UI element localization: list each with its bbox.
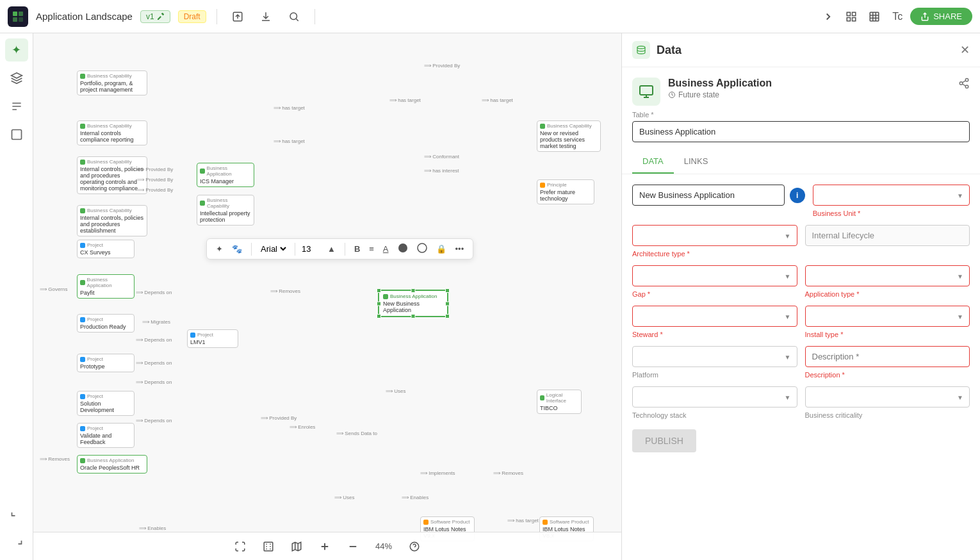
font-family-select[interactable]: Arial: [258, 243, 288, 254]
install-type-field: Install type *: [805, 306, 970, 338]
bold-button[interactable]: B: [352, 243, 363, 255]
install-type-select-wrapper: [805, 306, 970, 327]
architecture-type-label: Architecture type *: [632, 250, 797, 258]
form-row-platform-desc: Platform Description *: [632, 346, 970, 379]
sidebar-item-sparkle[interactable]: ✦: [5, 38, 28, 62]
sidebar-item-layers[interactable]: [5, 67, 28, 90]
node-compliance-reporting[interactable]: Business Capability Internal controls co…: [77, 120, 147, 145]
version-badge[interactable]: v1: [140, 10, 170, 23]
description-input[interactable]: [805, 346, 970, 367]
steward-select[interactable]: [632, 306, 797, 327]
edge-label-has-target-bottom: ⟹ has target: [507, 518, 539, 523]
star-tool-button[interactable]: ✦: [213, 243, 225, 255]
chevron-right-button[interactable]: [818, 6, 838, 27]
right-panel: Data ✕ Business Application: [621, 33, 980, 560]
table-input[interactable]: [632, 121, 970, 142]
upload-button[interactable]: [227, 6, 248, 27]
node-prototype[interactable]: Project Prototype: [77, 354, 135, 372]
zoom-out-button[interactable]: [343, 536, 363, 557]
technology-stack-select[interactable]: [632, 386, 797, 408]
map-icon: [291, 541, 302, 552]
node-validate[interactable]: Project Validate and Feedback: [77, 423, 135, 448]
draft-badge[interactable]: Draft: [178, 10, 206, 23]
sidebar-item-shape[interactable]: [5, 123, 28, 146]
preview-button[interactable]: Tc: [887, 6, 908, 27]
info-button[interactable]: i: [790, 188, 805, 203]
grid-button[interactable]: [841, 6, 862, 27]
frame-button[interactable]: [258, 536, 279, 557]
node-production-ready[interactable]: Project Production Ready: [77, 314, 135, 333]
sidebar-item-text[interactable]: [5, 95, 28, 118]
left-sidebar: ✦: [0, 33, 33, 560]
share-button[interactable]: SHARE: [910, 8, 972, 25]
node-payfit[interactable]: Business Application Payfit: [77, 274, 135, 299]
canvas-controls: Tc SHARE: [818, 6, 972, 27]
application-type-select[interactable]: [805, 265, 970, 286]
entity-type-icon: [639, 84, 654, 99]
download-button[interactable]: [256, 6, 276, 27]
platform-select[interactable]: [632, 346, 797, 367]
node-market-testing[interactable]: Business Capability New or revised produ…: [537, 120, 601, 152]
node-cx-surveys[interactable]: Project CX Surveys: [77, 240, 135, 258]
node-ip-protection[interactable]: Business Capability Intellectual propert…: [197, 195, 254, 226]
gap-select-wrapper: [632, 265, 797, 286]
underline-button[interactable]: A: [380, 243, 391, 255]
business-criticality-field: Business criticality: [805, 386, 970, 419]
internal-lifecycle-input[interactable]: [805, 225, 970, 246]
entity-state-text: Future state: [678, 90, 719, 99]
map-button[interactable]: [286, 536, 307, 557]
install-type-select[interactable]: [805, 306, 970, 327]
entity-share-button[interactable]: [958, 78, 970, 92]
cursor-tool-button[interactable]: 🐾: [229, 243, 245, 255]
gap-label: Gap *: [632, 290, 797, 298]
business-criticality-select[interactable]: [805, 386, 970, 408]
canvas-format-toolbar: ✦ 🐾 Arial ▲ B ≡ A 🔒 •••: [206, 238, 473, 259]
zoom-in-button[interactable]: [314, 536, 335, 557]
tab-data[interactable]: DATA: [632, 150, 674, 174]
circle-outline-button[interactable]: [414, 242, 430, 256]
business-unit-select[interactable]: [813, 185, 970, 206]
canvas-bottom-toolbar: 44%: [33, 532, 621, 560]
lock-button[interactable]: 🔒: [434, 243, 449, 255]
sidebar-item-redo[interactable]: [5, 532, 28, 555]
edge-label-provided-by-top: ⟹ Provided By: [424, 63, 460, 69]
svg-rect-0: [13, 12, 17, 16]
panel-close-button[interactable]: ✕: [960, 43, 970, 57]
panel-header-icon: [632, 41, 650, 59]
fit-screen-button[interactable]: [230, 536, 250, 557]
name-input[interactable]: [632, 185, 785, 206]
node-tibco[interactable]: Logical Interface TIBCO: [537, 390, 582, 414]
node-establishment[interactable]: Business Capability Internal controls, p…: [77, 205, 147, 236]
architecture-type-select[interactable]: [632, 225, 797, 246]
tab-links[interactable]: LINKS: [674, 150, 719, 174]
edge-label-sends-data-2: ⟹ Sends Data to: [336, 431, 377, 436]
node-portfolio[interactable]: Business Capability Portfolio, program, …: [77, 70, 147, 95]
selected-node-new-business-app[interactable]: Business Application New Business Applic…: [378, 290, 448, 317]
application-type-label: Application type *: [805, 290, 970, 298]
node-solution-dev[interactable]: Project Solution Development: [77, 391, 135, 416]
table-button[interactable]: [864, 6, 885, 27]
edge-label-depends-on-5: ⟹ Depends on: [136, 418, 172, 424]
node-lmv1[interactable]: Project LMV1: [187, 329, 238, 348]
node-principle[interactable]: Principle Prefer mature technology: [537, 179, 594, 204]
internal-lifecycle-field: [805, 225, 970, 258]
canvas-area[interactable]: Business Capability Portfolio, program, …: [33, 33, 621, 560]
node-oracle[interactable]: Business Application Oracle PeoplesSoft …: [77, 455, 147, 474]
circle-fill-button[interactable]: [395, 242, 411, 256]
gap-field: Gap *: [632, 265, 797, 298]
font-size-up-button[interactable]: ▲: [325, 243, 338, 255]
svg-rect-2: [13, 17, 17, 22]
help-button[interactable]: [404, 536, 425, 557]
edge-label-conformant: ⟹ Conformant: [424, 154, 459, 160]
more-button[interactable]: •••: [453, 243, 467, 255]
node-ics-manager[interactable]: Business Application ICS Manager: [197, 163, 254, 187]
zoom-level: 44%: [371, 541, 396, 551]
gap-select[interactable]: [632, 265, 797, 286]
architecture-type-field: Architecture type *: [632, 225, 797, 258]
publish-button[interactable]: PUBLISH: [632, 429, 696, 452]
font-size-input[interactable]: [302, 244, 321, 254]
frame-icon: [263, 541, 274, 552]
sidebar-item-undo[interactable]: [5, 504, 28, 527]
align-button[interactable]: ≡: [366, 243, 377, 255]
search-button[interactable]: [284, 6, 304, 27]
